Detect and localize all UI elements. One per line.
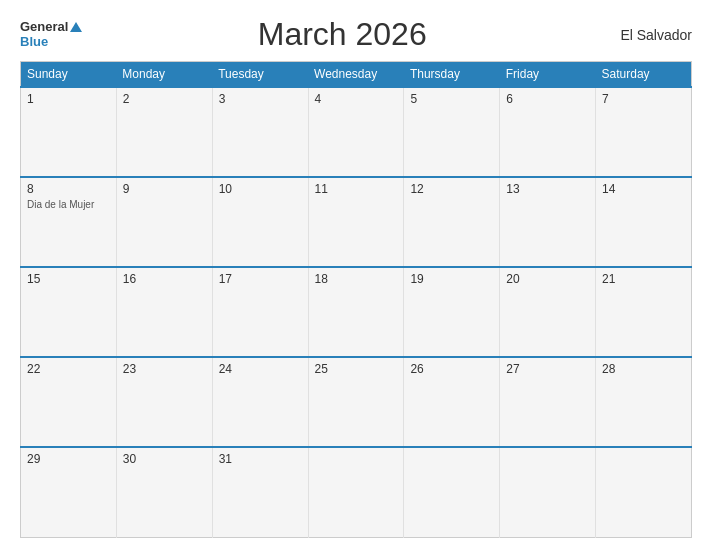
table-row: 13 (500, 177, 596, 267)
table-row: 30 (116, 447, 212, 537)
cell-day-number: 16 (123, 272, 206, 286)
cell-day-number: 17 (219, 272, 302, 286)
calendar-week-row: 15161718192021 (21, 267, 692, 357)
page-title: March 2026 (82, 16, 602, 53)
cell-day-number: 13 (506, 182, 589, 196)
cell-day-number: 19 (410, 272, 493, 286)
cell-day-number: 18 (315, 272, 398, 286)
header-friday: Friday (500, 62, 596, 88)
calendar-week-row: 1234567 (21, 87, 692, 177)
table-row: 22 (21, 357, 117, 447)
cell-day-number: 9 (123, 182, 206, 196)
cell-day-number: 10 (219, 182, 302, 196)
header-sunday: Sunday (21, 62, 117, 88)
header-thursday: Thursday (404, 62, 500, 88)
cell-day-number: 12 (410, 182, 493, 196)
table-row: 26 (404, 357, 500, 447)
table-row: 24 (212, 357, 308, 447)
table-row: 8Dia de la Mujer (21, 177, 117, 267)
table-row: 16 (116, 267, 212, 357)
table-row: 23 (116, 357, 212, 447)
header-tuesday: Tuesday (212, 62, 308, 88)
header: General Blue March 2026 El Salvador (20, 16, 692, 53)
table-row: 10 (212, 177, 308, 267)
page: General Blue March 2026 El Salvador Sund… (0, 0, 712, 550)
cell-day-number: 23 (123, 362, 206, 376)
cell-day-number: 5 (410, 92, 493, 106)
table-row: 29 (21, 447, 117, 537)
cell-day-number: 14 (602, 182, 685, 196)
cell-day-number: 26 (410, 362, 493, 376)
table-row: 18 (308, 267, 404, 357)
table-row: 4 (308, 87, 404, 177)
cell-day-number: 22 (27, 362, 110, 376)
table-row: 9 (116, 177, 212, 267)
table-row: 14 (596, 177, 692, 267)
cell-day-number: 21 (602, 272, 685, 286)
calendar-week-row: 293031 (21, 447, 692, 537)
cell-day-number: 4 (315, 92, 398, 106)
country-label: El Salvador (602, 27, 692, 43)
cell-day-number: 28 (602, 362, 685, 376)
table-row: 2 (116, 87, 212, 177)
table-row: 31 (212, 447, 308, 537)
cell-day-number: 7 (602, 92, 685, 106)
cell-day-number: 2 (123, 92, 206, 106)
cell-day-number: 20 (506, 272, 589, 286)
cell-day-number: 8 (27, 182, 110, 196)
table-row (404, 447, 500, 537)
cell-day-number: 27 (506, 362, 589, 376)
header-monday: Monday (116, 62, 212, 88)
table-row (308, 447, 404, 537)
weekday-header-row: Sunday Monday Tuesday Wednesday Thursday… (21, 62, 692, 88)
cell-day-number: 3 (219, 92, 302, 106)
table-row: 17 (212, 267, 308, 357)
table-row: 28 (596, 357, 692, 447)
table-row (596, 447, 692, 537)
logo-blue-text: Blue (20, 35, 48, 49)
cell-day-number: 30 (123, 452, 206, 466)
table-row: 3 (212, 87, 308, 177)
cell-event-label: Dia de la Mujer (27, 198, 110, 211)
table-row: 20 (500, 267, 596, 357)
cell-day-number: 25 (315, 362, 398, 376)
table-row: 7 (596, 87, 692, 177)
cell-day-number: 11 (315, 182, 398, 196)
cell-day-number: 29 (27, 452, 110, 466)
table-row: 15 (21, 267, 117, 357)
cell-day-number: 6 (506, 92, 589, 106)
cell-day-number: 15 (27, 272, 110, 286)
table-row: 12 (404, 177, 500, 267)
table-row: 5 (404, 87, 500, 177)
table-row: 19 (404, 267, 500, 357)
table-row: 1 (21, 87, 117, 177)
table-row: 11 (308, 177, 404, 267)
calendar-table: Sunday Monday Tuesday Wednesday Thursday… (20, 61, 692, 538)
cell-day-number: 24 (219, 362, 302, 376)
logo: General Blue (20, 20, 82, 49)
logo-triangle-icon (70, 22, 82, 32)
calendar-week-row: 8Dia de la Mujer91011121314 (21, 177, 692, 267)
cell-day-number: 31 (219, 452, 302, 466)
cell-day-number: 1 (27, 92, 110, 106)
table-row: 25 (308, 357, 404, 447)
table-row: 6 (500, 87, 596, 177)
logo-general-text: General (20, 20, 82, 34)
calendar-week-row: 22232425262728 (21, 357, 692, 447)
header-saturday: Saturday (596, 62, 692, 88)
table-row: 21 (596, 267, 692, 357)
table-row: 27 (500, 357, 596, 447)
header-wednesday: Wednesday (308, 62, 404, 88)
table-row (500, 447, 596, 537)
